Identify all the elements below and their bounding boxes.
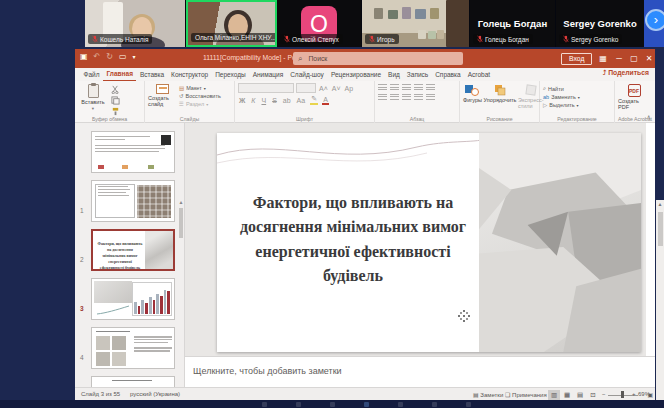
close-button[interactable]: ✕	[641, 49, 657, 68]
tab-home[interactable]: Главная	[103, 67, 136, 82]
tab-file[interactable]: Файл	[80, 68, 103, 81]
main-scrollbar[interactable]: ▲ ▼ ≙ ≚	[656, 200, 664, 408]
slide-thumbnail-1[interactable]	[91, 131, 175, 173]
slide-thumbnail-3-selected[interactable]: Фактори, що впливають на досягнення міні…	[91, 229, 175, 271]
italic-button[interactable]: К	[250, 97, 256, 104]
new-slide-button[interactable]: Создать слайд	[148, 83, 176, 107]
start-presentation-icon[interactable]: ▭	[119, 52, 127, 62]
format-painter-icon[interactable]	[111, 107, 120, 116]
participant-tile[interactable]: Sergey Gorenko Sergey Gorenko	[556, 0, 645, 47]
justify-icon[interactable]	[414, 94, 423, 101]
participant-tile[interactable]: Голець Богдан Голець Богдан	[470, 0, 556, 47]
create-pdf-button[interactable]: PDF Создать PDF	[618, 83, 650, 110]
char-spacing-button[interactable]: ab	[282, 97, 292, 104]
bold-button[interactable]: Ж	[238, 97, 246, 104]
tab-design[interactable]: Конструктор	[168, 68, 212, 81]
redo-icon[interactable]: ↻	[106, 52, 113, 62]
taskbar-icon[interactable]	[262, 402, 267, 407]
tab-insert[interactable]: Вставка	[136, 68, 167, 81]
reset-button[interactable]: ↺Восстановить	[179, 93, 221, 99]
zoom-slider-thumb[interactable]	[621, 391, 624, 398]
notes-pane[interactable]: Щелкните, чтобы добавить заметки	[185, 356, 655, 387]
minimize-button[interactable]: ─	[611, 49, 627, 68]
language-indicator[interactable]: русский (Украина)	[130, 391, 180, 397]
restore-button[interactable]: ▢	[626, 49, 642, 68]
slide-thumbnail-2[interactable]	[91, 180, 175, 222]
tab-slideshow[interactable]: Слайд-шоу	[287, 68, 328, 81]
strikethrough-button[interactable]: S	[271, 97, 278, 104]
taskbar-icon[interactable]	[432, 402, 437, 407]
clear-format-button[interactable]: Ар	[344, 85, 355, 92]
taskbar-icon[interactable]	[364, 402, 369, 407]
section-button[interactable]: ☰Раздел▾	[179, 101, 221, 107]
search-input[interactable]	[306, 54, 458, 63]
participant-tile[interactable]: О Олексій Степух	[277, 0, 362, 47]
participant-tile-active-speaker[interactable]: Ольга Міланко,ЕНІН ХНУ...	[186, 0, 277, 47]
align-right-icon[interactable]	[402, 94, 411, 101]
numbering-icon[interactable]	[390, 84, 399, 91]
align-left-icon[interactable]	[378, 94, 387, 101]
tab-help[interactable]: Справка	[432, 68, 465, 81]
arrange-button[interactable]: Упорядочить	[485, 83, 515, 103]
slide-thumbnail-4[interactable]	[91, 278, 175, 320]
slide-thumbnail-6[interactable]	[91, 376, 175, 387]
shapes-button[interactable]: Фигуры	[463, 83, 482, 103]
replace-button[interactable]: abЗаменить▾	[543, 94, 580, 100]
slide-title-textbox[interactable]: Фактори, що впливають на досягнення міні…	[227, 191, 479, 288]
tab-review[interactable]: Рецензирование	[327, 68, 384, 81]
share-button[interactable]: ⤴ Поделиться	[603, 69, 649, 76]
paste-button[interactable]: Вставить ▾	[78, 83, 108, 111]
tab-transitions[interactable]: Переходы	[212, 68, 250, 81]
main-scrollbar-thumb[interactable]	[658, 212, 663, 246]
fit-slide-button[interactable]: ▣	[648, 391, 654, 398]
decrease-font-button[interactable]: А˅	[331, 85, 342, 92]
cut-icon[interactable]	[111, 85, 120, 94]
scroll-up-icon[interactable]: ▲	[178, 199, 184, 205]
underline-button[interactable]: Ч	[260, 97, 267, 104]
indent-increase-icon[interactable]	[414, 84, 423, 91]
slide-sorter-view-button[interactable]: ▦	[561, 390, 573, 400]
qat-dropdown-icon[interactable]: ▾	[133, 52, 136, 62]
panel-scrollbar[interactable]: ▲	[178, 199, 184, 387]
tab-animations[interactable]: Анимация	[249, 68, 287, 81]
slide-canvas[interactable]: Фактори, що впливають на досягнення міні…	[217, 133, 641, 352]
next-participants-button[interactable]: ›	[645, 9, 664, 31]
taskbar-icon[interactable]	[398, 402, 403, 407]
participant-tile[interactable]: Кошель Наталія	[85, 0, 186, 47]
font-size-select[interactable]	[296, 83, 316, 93]
sign-in-button[interactable]: Вход	[561, 53, 592, 65]
notes-toggle[interactable]: ▤ Заметки	[473, 391, 503, 398]
search-box[interactable]: ⌕	[293, 52, 463, 65]
save-icon[interactable]: ▣	[80, 52, 88, 62]
layout-button[interactable]: ▤Макет▾	[179, 85, 221, 91]
tab-view[interactable]: Вид	[385, 68, 404, 81]
bullets-icon[interactable]	[378, 84, 387, 91]
font-color-button[interactable]: А	[322, 96, 329, 105]
taskbar-icon[interactable]	[296, 402, 301, 407]
scroll-up-icon[interactable]: ▲	[656, 201, 664, 208]
slideshow-button[interactable]: ⊡	[587, 390, 599, 400]
taskbar-icon[interactable]	[330, 402, 335, 407]
zoom-out-button[interactable]: −	[602, 391, 606, 397]
copy-icon[interactable]	[111, 96, 120, 105]
undo-icon[interactable]: ↶	[94, 52, 101, 62]
panel-scrollbar-thumb[interactable]	[179, 208, 183, 238]
slide-thumbnail-5[interactable]	[91, 327, 175, 369]
highlight-color-button[interactable]: ✎	[310, 95, 318, 105]
increase-font-button[interactable]: А˄	[318, 85, 329, 92]
line-spacing-icon[interactable]	[426, 84, 435, 91]
change-case-button[interactable]: Аа	[296, 97, 307, 104]
find-button[interactable]: ⌕Найти	[543, 85, 580, 92]
collapse-ribbon-button[interactable]: ∧	[647, 113, 651, 120]
columns-icon[interactable]	[426, 94, 435, 101]
participant-tile[interactable]: Игорь	[362, 0, 470, 47]
reading-view-button[interactable]: ▤	[574, 390, 586, 400]
zoom-in-button[interactable]: +	[632, 391, 636, 397]
indent-decrease-icon[interactable]	[402, 84, 411, 91]
align-center-icon[interactable]	[390, 94, 399, 101]
select-button[interactable]: ▷Выделить▾	[543, 102, 580, 108]
normal-view-button[interactable]: ▥	[548, 390, 560, 400]
comments-toggle[interactable]: ❏ Примечания	[505, 391, 547, 398]
taskbar-icon[interactable]	[466, 402, 471, 407]
tab-acrobat[interactable]: Acrobat	[464, 68, 493, 81]
